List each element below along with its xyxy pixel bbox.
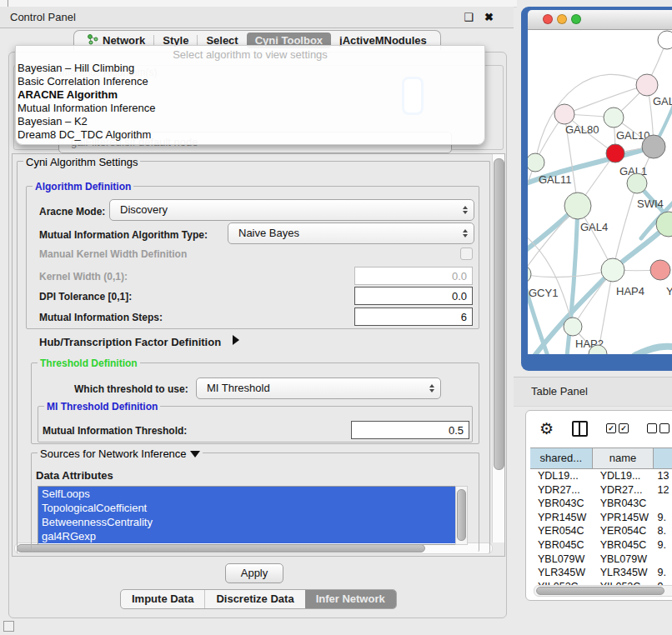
- table-cell: YBR043C: [593, 497, 654, 511]
- mi-steps-label: Mutual Information Steps:: [39, 312, 163, 323]
- bottom-tab-infer-network[interactable]: Infer Network: [305, 590, 396, 608]
- node-label: HAP4: [616, 285, 644, 298]
- columns-icon[interactable]: [572, 421, 588, 437]
- sources-title-text: Sources for Network Inference: [40, 448, 187, 460]
- node-label: SWI4: [637, 198, 664, 210]
- attribute-list-item[interactable]: BetweennessCentrality: [38, 515, 455, 529]
- network-node-gal11[interactable]: [528, 153, 544, 172]
- sources-collapse-arrow-icon[interactable]: [190, 451, 200, 458]
- which-threshold-combo[interactable]: MI Threshold: [196, 378, 441, 399]
- mi-steps-field[interactable]: 6: [354, 308, 473, 326]
- node-label: Y: [666, 285, 672, 298]
- scrollbar-thumb[interactable]: [494, 158, 504, 470]
- attribute-list-item[interactable]: SelfLoops: [38, 487, 455, 501]
- select-all-icon[interactable]: ✓✓: [606, 423, 629, 433]
- attribute-list-item[interactable]: gal4RGexp: [38, 529, 455, 543]
- scrollbar-thumb[interactable]: [536, 587, 664, 595]
- gear-icon[interactable]: ⚙: [539, 421, 554, 437]
- network-node[interactable]: [642, 135, 665, 158]
- table-cell: 8.: [654, 524, 672, 538]
- network-node-gal4[interactable]: [564, 192, 591, 219]
- network-window-titlebar[interactable]: [528, 10, 672, 30]
- grip-icon[interactable]: [3, 621, 14, 632]
- aracne-mode-combo[interactable]: Discovery: [109, 199, 474, 221]
- network-node-gcy1[interactable]: [528, 265, 531, 283]
- settings-vertical-scrollbar[interactable]: [492, 154, 504, 542]
- mi-threshold-field[interactable]: 0.5: [351, 421, 469, 439]
- data-attributes-list[interactable]: SelfLoopsTopologicalCoefficientBetweenne…: [38, 486, 456, 545]
- table-cell: YDL19...: [530, 469, 593, 483]
- column-header-name[interactable]: name: [593, 448, 654, 468]
- table-row[interactable]: YBR045CYBR045C9.: [530, 538, 672, 552]
- network-node-gal1[interactable]: [606, 144, 624, 162]
- data-attributes-label: Data Attributes: [36, 469, 113, 482]
- algorithm-option[interactable]: Bayesian – K2: [16, 115, 484, 128]
- attributes-list-scrollbar[interactable]: [455, 486, 468, 545]
- network-node-hap2[interactable]: [564, 318, 582, 336]
- combo-arrows-icon: [429, 384, 434, 392]
- close-panel-icon[interactable]: ✖: [484, 11, 494, 23]
- network-node-y[interactable]: [650, 260, 670, 280]
- network-node[interactable]: [658, 31, 672, 49]
- mi-threshold-label: Mutual Information Threshold:: [43, 425, 187, 437]
- table-row[interactable]: YLR345WYLR345W9.: [530, 566, 672, 580]
- mi-algorithm-type-combo[interactable]: Naive Bayes: [228, 222, 474, 244]
- control-panel-bottom-tabs: Impute DataDiscretize DataInfer Network: [120, 589, 397, 609]
- close-traffic-light-icon[interactable]: [543, 14, 553, 24]
- aracne-mode-label: Aracne Mode:: [39, 206, 105, 218]
- table-horizontal-scrollbar[interactable]: [534, 585, 672, 597]
- algorithm-option[interactable]: Basic Correlation Inference: [16, 75, 484, 88]
- combo-arrows-icon: [463, 229, 468, 238]
- application-window: Control Panel ❑ ✖ NetworkStyleSelectCyni…: [0, 0, 672, 635]
- settings-scroll-container: Cyni Algorithm Settings Algorithm Defini…: [12, 153, 505, 557]
- column-header-shared-[interactable]: shared...: [530, 448, 593, 468]
- node-table: shared...nameA YDL19...YDL19...13YDR27..…: [530, 448, 672, 600]
- network-node-gal10[interactable]: [604, 108, 624, 128]
- table-cell: [654, 497, 672, 511]
- table-row[interactable]: YBR043CYBR043C: [530, 497, 672, 511]
- network-node-hap4[interactable]: [601, 258, 624, 282]
- deselect-all-icon[interactable]: [647, 423, 669, 433]
- dpi-tolerance-label: DPI Tolerance [0,1]:: [39, 291, 132, 302]
- minimize-traffic-light-icon[interactable]: [557, 14, 567, 24]
- network-node-gal[interactable]: [636, 74, 658, 96]
- table-row[interactable]: YDL19...YDL19...13: [530, 469, 672, 483]
- network-node-gal80[interactable]: [554, 104, 574, 124]
- table-cell: [654, 552, 672, 567]
- table-cell: YPR145W: [530, 511, 593, 525]
- scrollbar-thumb[interactable]: [457, 489, 466, 541]
- hub-expand-arrow-icon[interactable]: [233, 335, 239, 345]
- table-row[interactable]: YDR27...YDR27...12: [530, 483, 672, 498]
- table-row[interactable]: YER054CYER054C8.: [530, 524, 672, 538]
- network-view-window[interactable]: GALGAL80GAL10GAL1GAL11SWI4GAL4HAP4YGCY1H…: [521, 7, 672, 371]
- algorithm-option[interactable]: ARACNE Algorithm: [16, 88, 484, 102]
- dpi-tolerance-field[interactable]: 0.0: [354, 287, 473, 305]
- table-cell: 13: [654, 469, 672, 483]
- bottom-tab-discretize-data[interactable]: Discretize Data: [205, 590, 304, 608]
- kernel-width-label: Kernel Width (0,1):: [39, 271, 128, 282]
- table-cell: YBR043C: [530, 497, 593, 511]
- cyni-algorithm-settings-title: Cyni Algorithm Settings: [23, 156, 140, 168]
- apply-button[interactable]: Apply: [225, 563, 283, 583]
- algorithm-option[interactable]: Dream8 DC_TDC Algorithm: [16, 128, 484, 142]
- manual-kernel-width-checkbox[interactable]: [460, 248, 473, 260]
- table-row[interactable]: YPR145WYPR145W9.: [530, 511, 672, 525]
- table-cell: YBL079W: [593, 552, 654, 567]
- threshold-definition-title: Threshold Definition: [38, 358, 140, 369]
- bottom-tab-impute-data[interactable]: Impute Data: [121, 590, 204, 608]
- algorithm-option[interactable]: Mutual Information Inference: [16, 102, 484, 115]
- network-node[interactable]: [627, 173, 647, 193]
- table-cell: 9.: [654, 538, 672, 552]
- column-header-a[interactable]: A: [654, 448, 672, 468]
- kernel-width-field[interactable]: 0.0: [354, 267, 473, 285]
- network-canvas[interactable]: GALGAL80GAL10GAL1GAL11SWI4GAL4HAP4YGCY1H…: [528, 30, 672, 354]
- algorithm-option[interactable]: Bayesian – Hill Climbing: [16, 62, 484, 75]
- attribute-list-item[interactable]: TopologicalCoefficient: [38, 501, 455, 515]
- table-row[interactable]: YBL079WYBL079W: [530, 552, 672, 567]
- zoom-traffic-light-icon[interactable]: [571, 14, 581, 24]
- table-cell: YBR045C: [530, 538, 593, 552]
- table-cell: YLR345W: [593, 566, 654, 580]
- aracne-mode-value: Discovery: [120, 203, 168, 216]
- float-panel-icon[interactable]: ❑: [464, 11, 474, 23]
- table-cell: YDR27...: [530, 483, 593, 498]
